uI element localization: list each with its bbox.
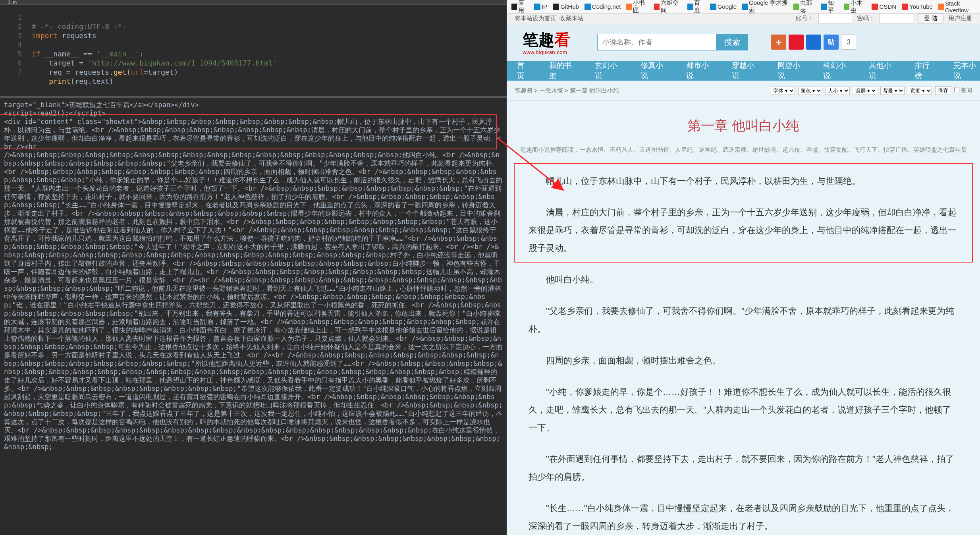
share-renren-icon[interactable] [806,35,821,50]
baidu-icon [687,4,693,10]
chapter-title: 第一章 他叫白小纯 [507,101,980,146]
bug-icon [793,4,799,10]
nav-dushi[interactable]: 都市小说 [686,60,713,81]
bookmark-item[interactable]: Google 学术搜索 [742,0,788,14]
line-gutter: 1234567 [0,5,32,96]
google-icon [710,4,716,10]
recommend-line: 笔趣阁小说推荐阅读：一念永恒、不朽凡人、天道图书馆、人皇纪、逆神纪、武道宗师、绝… [507,146,980,163]
share-count: 3 [841,35,856,50]
app-icon [511,4,517,10]
ip-icon [534,4,540,10]
nav-wangyou[interactable]: 网游小说 [777,60,804,81]
code-editor[interactable]: 1234567 # -*- coding:UTF-8 -*- import re… [0,5,507,96]
password-label: 密码： [857,15,875,22]
article: 笔趣阁 > 一念永恒 > 第一章 他叫白小纯 字体 ▾ 颜色 ▾ 大小 ▾ 滚屏… [507,81,980,535]
username-label: 账号： [796,15,814,22]
favorite-link[interactable]: 收藏本站 [559,15,583,21]
bookmark-item[interactable]: 小木虫 [844,0,866,14]
ide-panel: 1.py 1234567 # -*- coding:UTF-8 -*- impo… [0,0,507,535]
bookmark-item[interactable]: IP [534,3,547,10]
nav-complete[interactable]: 完本小说 [953,60,980,81]
site-content: 笔趣看 www.biqukan.com 搜索 + 贴 3 [507,23,980,535]
paragraph: 清晨，村庄的大门前，整个村子里的乡亲，正为一个十五六岁少年送别，这少年瘦弱，但却… [529,203,958,257]
paragraph: "长生……"白小纯身体一震，目中慢慢坚定起来，在老者以及四周乡亲鼓励的目光下，他… [529,499,958,535]
bookmark-item[interactable]: 应用 [511,0,529,14]
font-select[interactable]: 字体 ▾ [771,87,795,95]
nav-kehuan[interactable]: 科幻小说 [823,60,850,81]
breadcrumb: 笔趣阁 > 一念永恒 > 第一章 他叫白小纯 字体 ▾ 颜色 ▾ 大小 ▾ 滚屏… [507,81,980,101]
bookmark-item[interactable]: 虫部落 [793,0,816,14]
nav-home[interactable]: 首页 [517,60,530,81]
nav-xiuzhen[interactable]: 修真小说 [640,60,667,81]
bookmark-item[interactable]: CSDN [872,3,896,10]
browser-panel: 应用 IP GitHub Coding.net 小书匠 六维空间 百度 Goog… [507,0,980,535]
reader-tools: 字体 ▾ 颜色 ▾ 大小 ▾ 滚屏 ▾ 背景 ▾ 宽度 ▾ 保存 夜间 [771,86,972,95]
zhihu-icon [821,4,827,10]
csdn-icon [872,4,878,10]
site-header: 笔趣看 www.biqukan.com 搜索 + 贴 3 [507,23,980,61]
nav-xuanhuan[interactable]: 玄幻小说 [595,60,621,81]
scroll-select[interactable]: 滚屏 ▾ [853,87,877,95]
size-select[interactable]: 大小 ▾ [826,87,850,95]
paragraph: 四周的乡亲，面面相觑，顿时摆出难舍之色。 [529,352,958,369]
share-icons: + 贴 3 [771,35,856,50]
share-tieba-icon[interactable]: 贴 [824,35,839,50]
search-form: 搜索 [597,34,748,50]
width-select[interactable]: 宽度 ▾ [908,87,932,95]
so-icon [938,4,944,10]
bookmark-item[interactable]: 百度 [687,0,704,14]
nav-other[interactable]: 其他小说 [869,60,895,81]
console-output[interactable]: target="_blank">英雄联盟之七百年后</a></span></di… [0,98,507,535]
coding-icon [585,4,591,10]
share-weibo-icon[interactable] [789,35,804,50]
scholar-icon [742,4,748,10]
bookmark-item[interactable]: Google [710,3,737,10]
bookmark-item[interactable]: Stack Overflow [938,0,980,14]
youtube-icon [902,4,908,10]
paragraph: "父老乡亲们，我要去修仙了，可我舍不得你们啊。"少年满脸不舍，原本就乖巧的样子，… [529,302,958,338]
paragraph: 帽儿山，位于东林山脉中，山下有一个村子，民风淳朴，以耕田为生，与世隔绝。 [529,172,958,190]
paragraph: "在外面遇到任何事情，都要坚持下去，走出村子，就不要回来，因为你的路在前方！"老… [529,450,958,486]
highlighted-html: <div id="content" class="showtxt">&nbsp;… [4,118,503,151]
search-input[interactable] [597,34,716,50]
6v-icon [654,4,660,10]
book-icon [626,4,632,10]
search-button[interactable]: 搜索 [716,34,748,50]
nav-rank[interactable]: 排行榜 [914,60,934,81]
set-homepage-link[interactable]: 将本站设为首页 [515,15,556,21]
bookmark-item[interactable]: Coding.net [585,3,621,10]
color-select[interactable]: 颜色 ▾ [798,87,822,95]
bookmarks-bar: 应用 IP GitHub Coding.net 小书匠 六维空间 百度 Goog… [507,0,980,14]
chapter-body: 帽儿山，位于东林山脉中，山下有一个村子，民风淳朴，以耕田为生，与世隔绝。 清晨，… [507,163,980,535]
bookmark-item[interactable]: 知乎 [821,0,838,14]
github-icon [553,4,559,10]
night-toggle[interactable]: 夜间 [954,87,972,94]
paragraph: 他叫白小纯。 [529,270,958,288]
bg-select[interactable]: 背景 ▾ [880,87,905,95]
bookmark-item[interactable]: 小书匠 [626,0,648,14]
save-button[interactable]: 保存 [935,86,951,95]
password-input[interactable] [880,14,913,23]
bookmark-item[interactable]: YouTube [902,3,933,10]
muchong-icon [844,4,849,10]
user-login-bar: 将本站设为首页 收藏本站 账号： 密码： 登 陆 用户注册 [507,14,980,23]
main-nav: 首页 我的书架 玄幻小说 修真小说 都市小说 穿越小说 网游小说 科幻小说 其他… [507,61,980,81]
bookmark-item[interactable]: 六维空间 [654,0,681,14]
paragraph: "小纯，你爹娘走的早，你是个……好孩子！！难道你不想长生了么，成为仙人就可以长生… [529,383,958,436]
nav-shelf[interactable]: 我的书架 [549,60,576,81]
site-logo[interactable]: 笔趣看 www.biqukan.com [523,29,570,55]
share-plus-icon[interactable]: + [771,35,786,50]
nav-chuanyue[interactable]: 穿越小说 [732,60,758,81]
bookmark-item[interactable]: GitHub [553,3,579,10]
login-button[interactable]: 登 陆 [918,14,943,23]
register-link[interactable]: 用户注册 [948,15,972,22]
editor-tab[interactable]: 1.py [0,0,507,5]
code-area[interactable]: # -*- coding:UTF-8 -*- import requests i… [32,5,507,96]
username-input[interactable] [818,14,852,23]
